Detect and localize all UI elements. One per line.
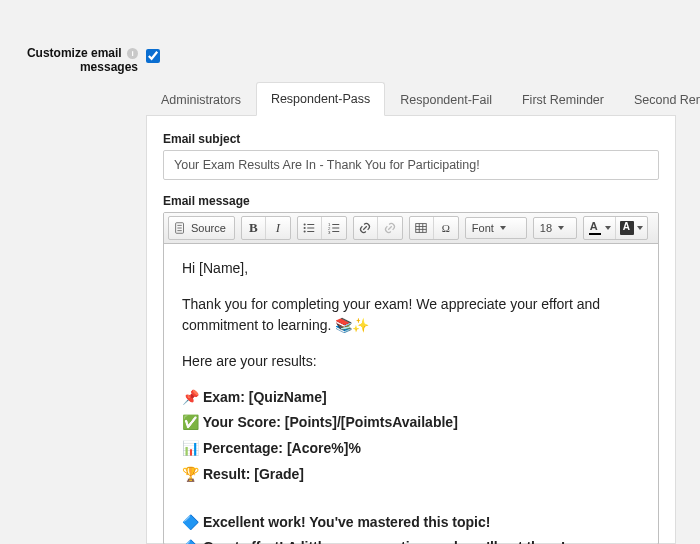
source-button[interactable]: Source	[169, 217, 234, 239]
customize-email-label: Customize email i messages	[18, 46, 138, 74]
body-thanks: Thank you for completing your exam! We a…	[182, 294, 640, 337]
tab-panel: Email subject Email message Source B I 1…	[146, 116, 676, 544]
svg-point-4	[304, 223, 306, 225]
unlink-button[interactable]	[378, 217, 402, 239]
tab-respondent-fail[interactable]: Respondent-Fail	[385, 83, 507, 116]
body-exam-line: 📌 Exam: [QuizName]	[182, 387, 640, 409]
special-char-button[interactable]: Ω	[434, 217, 458, 239]
info-icon: i	[127, 48, 138, 59]
font-family-select[interactable]: Font	[465, 217, 527, 239]
email-subject-label: Email subject	[163, 132, 659, 146]
svg-point-5	[304, 227, 306, 229]
svg-point-6	[304, 230, 306, 232]
editor-toolbar: Source B I 123	[164, 213, 658, 244]
customize-email-checkbox[interactable]	[146, 49, 160, 63]
table-icon	[414, 221, 428, 235]
body-greeting: Hi [Name],	[182, 258, 640, 280]
numbered-list-icon: 123	[327, 221, 341, 235]
body-result-line: 🏆 Result: [Grade]	[182, 464, 640, 486]
editor-body[interactable]: Hi [Name], Thank you for completing your…	[164, 244, 658, 544]
body-percentage-line: 📊 Percentage: [Acore%]%	[182, 438, 640, 460]
body-score-line: ✅ Your Score: [Points]/[PoimtsAvailable]	[182, 412, 640, 434]
bg-color-button[interactable]: A	[616, 217, 647, 239]
tab-respondent-pass[interactable]: Respondent-Pass	[256, 82, 385, 116]
text-color-button[interactable]: A	[584, 217, 616, 239]
rich-text-editor: Source B I 123	[163, 212, 659, 544]
link-button[interactable]	[354, 217, 378, 239]
email-subject-input[interactable]	[163, 150, 659, 180]
table-button[interactable]	[410, 217, 434, 239]
numbered-list-button[interactable]: 123	[322, 217, 346, 239]
email-message-label: Email message	[163, 194, 659, 208]
svg-text:3: 3	[328, 230, 331, 235]
unlink-icon	[383, 221, 397, 235]
italic-button[interactable]: I	[266, 217, 290, 239]
body-results-intro: Here are your results:	[182, 351, 640, 373]
link-icon	[358, 221, 372, 235]
bold-button[interactable]: B	[242, 217, 266, 239]
body-feedback-1: 🔷 Excellent work! You've mastered this t…	[182, 512, 640, 534]
body-feedback-2: 🔷 Great effort! A little more practice, …	[182, 537, 640, 544]
tab-administrators[interactable]: Administrators	[146, 83, 256, 116]
tab-first-reminder[interactable]: First Reminder	[507, 83, 619, 116]
svg-rect-16	[416, 224, 427, 233]
bulleted-list-button[interactable]	[298, 217, 322, 239]
bulleted-list-icon	[302, 221, 316, 235]
tab-second-reminder[interactable]: Second Reminder	[619, 83, 700, 116]
font-size-select[interactable]: 18	[533, 217, 577, 239]
document-icon	[173, 221, 187, 235]
tabs-bar: Administrators Respondent-Pass Responden…	[146, 82, 676, 116]
